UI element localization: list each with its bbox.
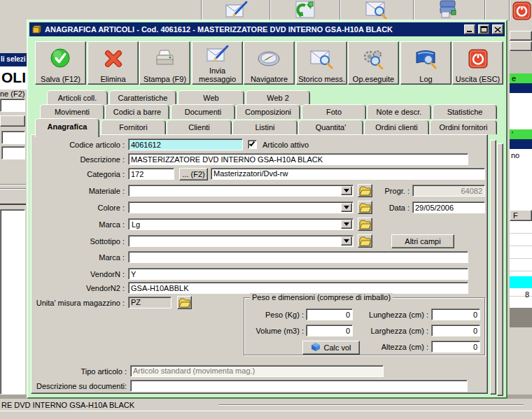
bg-message-search-button[interactable] [364, 0, 389, 21]
stampa-button[interactable]: Stampa (F9) [139, 41, 190, 85]
descrizione-documenti-input[interactable] [130, 380, 468, 392]
lunghezza-input[interactable] [431, 308, 480, 320]
stampa-label: Stampa (F9) [144, 75, 186, 83]
bg-right-selected-row[interactable] [510, 276, 532, 288]
bg-left-divider [0, 204, 26, 205]
bg-status-text: RE DVD INTERNO GSA-H10A BLACK [1, 401, 134, 409]
sottotipo-label: Sottotipo : [55, 237, 125, 246]
dialog-titlebar[interactable]: ANAGRAFICA ARTICOLI - Cod. 4061612 - MAS… [29, 22, 505, 36]
maximize-button[interactable] [478, 24, 489, 34]
marca-combobox[interactable]: Lg [128, 218, 354, 230]
descrizione-input[interactable] [128, 153, 468, 165]
unita-misura-folder-button[interactable] [177, 296, 192, 309]
altri-campi-button[interactable]: Altri campi [391, 234, 454, 248]
colore-label: Colore : [55, 204, 125, 213]
chevron-down-icon[interactable] [341, 236, 352, 246]
tab-web[interactable]: Web [178, 90, 244, 105]
vendorn-input[interactable] [128, 268, 468, 280]
storico-messaggi-label: Storico mess. [298, 75, 345, 83]
tab-statistiche[interactable]: Statistiche [433, 104, 497, 119]
altezza-label: Altezza (cm) : [356, 343, 428, 352]
data-input[interactable] [412, 201, 485, 213]
marca-folder-button[interactable] [358, 218, 372, 231]
bg-left-header: li selezi [0, 53, 27, 66]
tab-ordini-clienti[interactable]: Ordini clienti [364, 120, 429, 134]
bg-exit-button[interactable] [512, 1, 531, 22]
tab-caratteristiche[interactable]: Caratteristiche [109, 90, 176, 105]
tab-fornitori[interactable]: Fornitori [101, 120, 166, 134]
bg-sync-button[interactable] [294, 0, 318, 21]
bg-message-pen-button[interactable] [224, 0, 249, 21]
tab-anagrafica[interactable]: Anagrafica [35, 118, 99, 137]
log-label: Log [419, 75, 432, 83]
calc-vol-label: Calc vol [323, 343, 351, 352]
chevron-down-icon[interactable] [341, 220, 352, 229]
materiale-combobox[interactable] [128, 185, 354, 197]
close-icon[interactable] [492, 24, 503, 34]
articolo-attivo-checkbox[interactable] [248, 140, 257, 149]
bg-left-header-text: li selezi [1, 55, 26, 63]
bg-left-group-label: ne (F2) [0, 90, 24, 99]
bg-toolbar-separator [484, 0, 486, 21]
volume-input[interactable] [306, 325, 353, 336]
storico-messaggi-button[interactable]: Storico mess. [296, 41, 347, 85]
materiale-label: Materiale : [55, 187, 125, 196]
elimina-button[interactable]: Elimina [88, 41, 139, 85]
bg-right-bar [510, 31, 532, 41]
book-search-icon [414, 42, 438, 75]
gears-search-icon [361, 42, 386, 75]
bg-server-button[interactable] [438, 0, 460, 21]
vendorn2-label: VendorN2 : [31, 284, 125, 293]
tab-quantita[interactable]: Quantita' [298, 120, 363, 134]
uscita-button[interactable]: Uscita (ESC) [452, 41, 503, 85]
envelope-search-icon [309, 42, 334, 75]
bg-right-dark-block [510, 308, 532, 327]
categoria-input[interactable] [128, 168, 174, 180]
salva-button[interactable]: Salva (F12) [35, 41, 86, 85]
calc-vol-button[interactable]: Calc vol [302, 341, 360, 355]
larghezza-input[interactable] [431, 325, 480, 336]
tab-movimenti[interactable]: Movimenti [40, 104, 104, 119]
colore-combobox[interactable] [128, 201, 354, 213]
bg-right-green-row: ' [510, 129, 532, 139]
operazioni-eseguite-label: Op.eseguite [353, 75, 394, 83]
bg-left-input[interactable] [1, 146, 25, 159]
tab-ordini-fornitori[interactable]: Ordini fornitori [430, 120, 497, 134]
bg-left-listbox[interactable] [0, 209, 25, 395]
progr-field [412, 185, 485, 197]
tab-composizioni[interactable]: Composizioni [236, 104, 300, 119]
tab-documenti[interactable]: Documenti [171, 104, 235, 119]
tab-web2[interactable]: Web 2 [246, 90, 310, 105]
marca2-input[interactable] [128, 251, 468, 263]
tab-clienti[interactable]: Clienti [167, 120, 232, 134]
operazioni-eseguite-button[interactable]: Op.eseguite [348, 41, 399, 85]
invia-messaggio-button[interactable]: Invia messaggio [192, 41, 243, 85]
sottotipo-folder-button[interactable] [358, 234, 372, 248]
bg-right-navy-row [510, 139, 532, 149]
minimize-button[interactable] [464, 24, 475, 34]
altezza-input[interactable] [431, 341, 480, 353]
tipo-articolo-field: Articolo standard (movimenta mag.) [130, 365, 384, 377]
tab-codici-a-barre[interactable]: Codici a barre [105, 104, 169, 119]
red-x-icon [103, 42, 124, 75]
bg-right-bar [510, 41, 532, 51]
tab-foto[interactable]: Foto [302, 104, 366, 119]
peso-dimensioni-groupbox: Peso e dimensioni (comprese di imballo) … [244, 297, 485, 355]
tab-listini[interactable]: Listini [232, 120, 298, 134]
navigatore-button[interactable]: Navigatore [244, 41, 295, 85]
tab-articoli-coll[interactable]: Articoli coll. [47, 90, 108, 105]
sottotipo-combobox[interactable] [128, 235, 354, 247]
bg-left-input[interactable] [1, 131, 25, 144]
tab-note-e-descr[interactable]: Note e descr. [367, 104, 431, 119]
categoria-lookup-button[interactable]: ... (F2) [179, 168, 208, 180]
bg-right-green-row: e [510, 73, 532, 83]
peso-input[interactable] [306, 308, 353, 320]
navigatore-label: Navigatore [251, 75, 288, 83]
log-button[interactable]: Log [400, 41, 451, 85]
codice-articolo-input[interactable] [128, 139, 243, 150]
articolo-attivo-label: Articolo attivo [262, 141, 309, 150]
bg-right-bar [510, 52, 532, 73]
bg-left-input[interactable] [0, 99, 25, 112]
vendorn2-input[interactable] [128, 282, 468, 294]
categoria-label: Categoria : [31, 170, 125, 179]
